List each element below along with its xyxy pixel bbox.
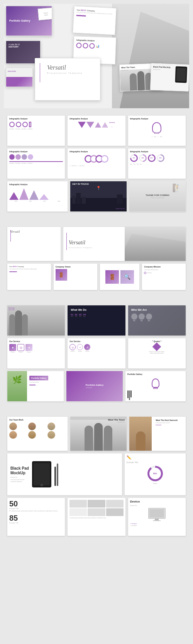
black-pad-mockup-slide[interactable]: Black PadMockUp Example Title Lorem ipsu… — [7, 453, 122, 496]
infographic-people-title: Infographic Analyze — [9, 150, 63, 153]
portfolio-2-title: Portfolio Gallery — [86, 384, 104, 386]
infographic-bulb-title: Infographic Analyze — [130, 118, 184, 120]
versatil-large-sub: Presentation Template — [69, 247, 121, 249]
portfolio-1-title: Portfolio Gallery — [29, 376, 48, 380]
our-team-work-slide[interactable]: Our Team Work — [7, 416, 68, 451]
infographic-people-slide[interactable]: Infographic Analyze Text HereText HereTe… — [7, 148, 65, 179]
number-85: 85 — [9, 514, 63, 522]
infographic-mountain-title: Infographic Analyze — [9, 183, 66, 186]
black-mockup-title: Black Pad MockUp — [153, 65, 174, 68]
infographic-pct-title: Infographic Analyze — [130, 150, 184, 153]
versatil-main-title: Versatil — [47, 64, 83, 71]
company-mission-slide[interactable]: Company Mission Lorem ipsum dolor sit am… — [142, 263, 186, 290]
device-slide[interactable]: Device Example Title ✓ Feature ✓ Feature — [128, 497, 186, 536]
book-mockup: Booksstack — [38, 7, 52, 20]
solution-title: SOLUTION — [8, 70, 31, 72]
infographic-triangles-title: Infographic Analyze — [69, 118, 123, 120]
our-service-1-slide[interactable]: Our Service ♦ Service ◎ Service ✦ Servic… — [7, 338, 65, 369]
services-section: Day Design SOLUTION What We Do 01 Item 0… — [4, 302, 189, 407]
our-service-2-title: Our Service — [69, 340, 123, 342]
portfolio-1-slide[interactable]: 🌿 Portfolio Gallery Lorem ipsum dolor → — [7, 371, 64, 402]
versatil-preview-section: Versatil Versatil Presentation Templ — [4, 223, 189, 295]
kent-samrock-title: Meet The Kent Samrock — [156, 419, 183, 421]
team-row-1: Our Team Work — [7, 416, 186, 451]
hero-slides-container: Portfolio Gallery Booksstack Your BEST C… — [4, 4, 189, 108]
section-divider-3 — [4, 407, 189, 413]
infographic-circles-title: Infographic Analyze — [9, 118, 63, 120]
infographic-triangles-slide[interactable]: Infographic Analyze — [67, 115, 125, 146]
portfolio-3-title: Portfolio Gallery — [127, 373, 184, 375]
history-title: HISTORY — [8, 46, 38, 48]
hero-bg-image — [112, 4, 189, 108]
company-vision-title: Company Vision — [56, 266, 95, 268]
infographic-row-3: Infographic Analyze 201 — [7, 181, 186, 212]
portfolio-gallery-slide[interactable]: Portfolio Gallery Booksstack — [6, 6, 52, 36]
solution-slide[interactable]: SOLUTION — [6, 68, 33, 87]
versatil-main-slide[interactable]: Versatil Presentation Template — [35, 58, 100, 101]
our-service-2-slide[interactable]: Our Service ◎ Service ✦ Service ♦ Servic… — [67, 338, 125, 369]
black-mockup-hero-slide[interactable]: Black Pad MockUp Example Title — [150, 63, 189, 91]
quotes-slide[interactable]: " Quotes " Success is not a good teacher… — [128, 338, 186, 369]
services-row-1: Day Design SOLUTION What We Do 01 Item 0… — [7, 305, 186, 336]
section-divider-2 — [4, 296, 189, 302]
portfolio-row: 🌿 Portfolio Gallery Lorem ipsum dolor → — [7, 371, 186, 402]
thank-for-coming-slide[interactable]: 🧗 THANK FOR COMING Follow us on social m… — [129, 181, 186, 212]
infographic-circles-slide[interactable]: Infographic Analyze Text HereText HereTe… — [7, 115, 65, 146]
what-we-do-slide[interactable]: What We Do 01 Item 02 Item 03 Item — [67, 305, 125, 336]
main-container: Portfolio Gallery Booksstack Your BEST C… — [0, 0, 193, 546]
infographic-row-2: Infographic Analyze Text HereText HereTe… — [7, 148, 186, 179]
infographic-mountain-slide[interactable]: Infographic Analyze 201 — [7, 181, 68, 212]
infographic-row-1: Infographic Analyze Text HereText HereTe… — [7, 115, 186, 146]
infographic-chain-slide[interactable]: Infographic Analyze ●Text Here●Text Here — [67, 148, 125, 179]
versatil-large-title: Versatil — [69, 240, 121, 246]
section-divider-1 — [4, 218, 189, 223]
meet-team-hero-title: Meet The Team — [121, 66, 135, 69]
get-in-touch-title: GET IN TOUCH — [72, 183, 89, 185]
mockup-row: Black PadMockUp Example Title Lorem ipsu… — [7, 453, 186, 496]
meet-team-slide[interactable]: Meet The Team Example Title — [70, 416, 127, 451]
our-team-work-title: Our Team Work — [9, 419, 66, 421]
best-company-small-slide[interactable]: Your BEST Company Lorem ipsum dolor sit … — [7, 263, 51, 290]
team-section: Our Team Work — [4, 413, 189, 541]
kent-samrock-slide[interactable]: Meet The Kent Samrock Lorem ipsum dolor … — [129, 416, 186, 451]
versatil-main-subtitle: Presentation Template — [47, 72, 83, 74]
pct-90-label: 90% — [153, 472, 157, 475]
hero-section: Portfolio Gallery Booksstack Your BEST C… — [4, 4, 189, 108]
who-we-are-title: Who We Are — [131, 308, 183, 311]
numbers-slide[interactable]: 50 Example Title If I asked people what … — [7, 497, 65, 536]
photo-people-slide[interactable]: Day Design SOLUTION — [7, 305, 65, 336]
infographic-section: Infographic Analyze Text HereText HereTe… — [4, 112, 189, 217]
our-service-1-title: Our Service — [9, 340, 63, 342]
services-row-2: Our Service ♦ Service ◎ Service ✦ Servic… — [7, 338, 186, 369]
infographic-pct-slide[interactable]: Infographic Analyze 75% 50% 9 — [128, 148, 186, 179]
mockup-grid-slide[interactable]: If I asked people what they wanted, they… — [67, 497, 125, 536]
device-row: 50 Example Title If I asked people what … — [7, 497, 186, 536]
versatil-small-slide[interactable]: Versatil — [7, 227, 61, 261]
versatil-large-slide[interactable]: Versatil Presentation Template — [63, 227, 186, 261]
company-vision-slide[interactable]: Company Vision 🚪 — [53, 263, 98, 290]
pct-90-slide[interactable]: ✏️ Example Title 90% Progress — [124, 453, 186, 496]
black-pad-title: Black PadMockUp — [10, 466, 29, 475]
versatil-row-1: Versatil Versatil Presentation Templ — [7, 227, 186, 261]
company-mission-title: Company Mission — [144, 266, 184, 268]
get-in-touch-slide[interactable]: 📍 GET IN TOUCH Product Two Title — [70, 181, 127, 212]
meet-team-slide-title: Meet The Team — [108, 419, 125, 421]
door-icon-slide[interactable]: 🚪 🔍 — [100, 263, 140, 290]
versatil-small-title: Versatil — [10, 230, 58, 233]
device-title: Device — [130, 500, 184, 503]
number-50: 50 — [9, 500, 63, 508]
who-we-are-slide[interactable]: Who We Are Title Title — [128, 305, 186, 336]
best-company-slide[interactable]: Your BEST Company Lorem ipsum dolor sit … — [73, 6, 117, 35]
portfolio-3-slide[interactable]: Portfolio Gallery — [125, 371, 186, 402]
what-we-do-title: What We Do — [71, 308, 122, 311]
portfolio-2-slide[interactable]: Portfolio Gallery Lorem ipsum — [66, 371, 123, 402]
infographic-chain-title: Infographic Analyze — [69, 150, 123, 153]
versatil-row-2: Your BEST Company Lorem ipsum dolor sit … — [7, 263, 186, 290]
infographic-bulb-slide[interactable]: Infographic Analyze ●Text●Text — [128, 115, 186, 146]
infographic-hero-title: Infographic Analyze — [76, 39, 113, 42]
thank-for-coming-title: THANK FOR COMING — [146, 194, 169, 196]
